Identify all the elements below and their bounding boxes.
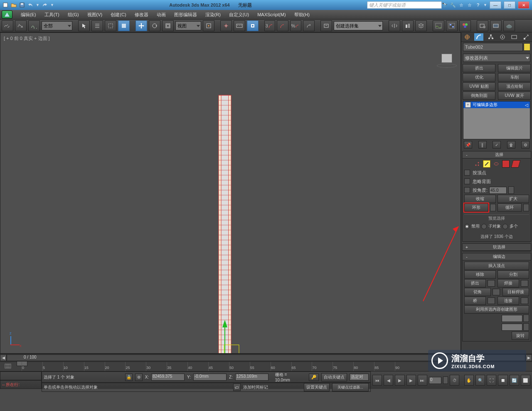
loop-button[interactable]: 循环 bbox=[498, 203, 522, 212]
tab-create-icon[interactable] bbox=[463, 33, 472, 41]
render-icon[interactable] bbox=[503, 20, 515, 31]
zoom-extents-icon[interactable]: ⛶ bbox=[487, 375, 496, 386]
remove-button[interactable]: 移除 bbox=[464, 270, 496, 279]
autokey-button[interactable]: 自动关键点 bbox=[321, 373, 347, 381]
time-tag-icon[interactable]: 🏷 bbox=[233, 384, 241, 391]
menu-render[interactable]: 渲染(R) bbox=[201, 10, 225, 19]
app-logo-icon[interactable] bbox=[2, 10, 12, 19]
unlink-icon[interactable] bbox=[15, 20, 27, 31]
subobj-element-icon[interactable] bbox=[511, 160, 521, 168]
by-vertex-check[interactable] bbox=[464, 170, 470, 176]
preview-disable-radio[interactable] bbox=[464, 224, 470, 229]
window-crossing-icon[interactable] bbox=[118, 20, 130, 31]
mod-uvwmap[interactable]: UVW 贴图 bbox=[463, 82, 495, 91]
link-icon[interactable] bbox=[2, 20, 13, 31]
connect-settings[interactable] bbox=[521, 297, 528, 304]
new-icon[interactable] bbox=[2, 2, 8, 8]
weld-settings[interactable] bbox=[521, 280, 528, 287]
help-icon[interactable]: ? bbox=[475, 2, 481, 8]
mod-editpatch[interactable]: 编辑面片 bbox=[498, 64, 531, 72]
rollout-edit-edges-header[interactable]: -编辑边 bbox=[463, 253, 531, 260]
edge-rotate-button[interactable]: 旋转 bbox=[512, 332, 529, 340]
rollout-selection-header[interactable]: -选择 bbox=[463, 151, 531, 158]
render-setup-icon[interactable] bbox=[477, 20, 488, 31]
key-icon-status[interactable]: 🔑 bbox=[309, 374, 319, 381]
bind-icon[interactable] bbox=[28, 20, 40, 31]
select-name-icon[interactable] bbox=[91, 20, 103, 31]
menu-create[interactable]: 创建(C) bbox=[106, 10, 130, 19]
angle-spinner[interactable]: 45.0 bbox=[489, 187, 507, 194]
keyfilter-button[interactable]: 关键点过滤器... bbox=[332, 383, 369, 391]
menu-views[interactable]: 视图(V) bbox=[83, 10, 107, 19]
search-input[interactable]: 键入关键字或短语 bbox=[367, 1, 442, 9]
by-angle-check[interactable] bbox=[464, 187, 470, 193]
menu-graph[interactable]: 图形编辑器 bbox=[170, 10, 201, 19]
time-config-icon[interactable]: ⏱ bbox=[450, 375, 459, 386]
mod-optimize[interactable]: 优化 bbox=[463, 73, 495, 82]
menu-tools[interactable]: 工具(T) bbox=[40, 10, 64, 19]
menu-edit[interactable]: 编辑(E) bbox=[17, 10, 40, 19]
tab-modify-icon[interactable] bbox=[474, 33, 483, 41]
object-color-swatch[interactable] bbox=[524, 43, 530, 51]
material-editor-icon[interactable] bbox=[459, 20, 471, 31]
modifier-list-dropdown[interactable]: 修改器列表 bbox=[463, 54, 530, 62]
ignore-back-check[interactable] bbox=[464, 178, 470, 184]
insert-vertex-button[interactable]: 插入顶点 bbox=[464, 262, 529, 270]
tab-display-icon[interactable] bbox=[510, 33, 519, 41]
binoculars-icon[interactable]: 🔭 bbox=[442, 2, 448, 8]
make-unique-icon[interactable]: ✓ bbox=[493, 141, 501, 149]
tab-hierarchy-icon[interactable] bbox=[486, 33, 495, 41]
target-weld-button[interactable]: 目标焊接 bbox=[502, 288, 529, 296]
pivot-icon[interactable] bbox=[203, 20, 214, 31]
pin-stack-icon[interactable]: 📌 bbox=[464, 141, 472, 149]
manipulator-icon[interactable] bbox=[220, 20, 232, 31]
coord-z[interactable]: 1253.169m bbox=[235, 374, 268, 381]
extrude-settings[interactable] bbox=[488, 280, 495, 287]
subobj-polygon-icon[interactable] bbox=[502, 160, 510, 168]
percent-snap-icon[interactable] bbox=[277, 20, 288, 31]
maximize-vp-icon[interactable]: ⬜ bbox=[521, 375, 530, 386]
preview-multiple-radio[interactable] bbox=[502, 224, 508, 229]
bridge-button[interactable]: 桥 bbox=[464, 297, 486, 305]
curve-editor-icon[interactable] bbox=[433, 20, 444, 31]
menu-help[interactable]: 帮助(H) bbox=[290, 10, 314, 19]
split-button[interactable]: 分割 bbox=[498, 270, 529, 279]
show-end-icon[interactable]: ∥ bbox=[478, 141, 487, 149]
mod-vertpaint[interactable]: 顶点绘制 bbox=[498, 82, 531, 91]
undo-icon[interactable] bbox=[27, 2, 33, 8]
subobj-border-icon[interactable] bbox=[493, 161, 500, 167]
object-name-input[interactable]: Tube002 bbox=[463, 43, 523, 51]
rect-select-icon[interactable] bbox=[105, 20, 116, 31]
selected-dropdown[interactable]: 选定对 bbox=[350, 374, 369, 381]
menu-customize[interactable]: 自定义(U) bbox=[225, 10, 253, 19]
menu-maxscript[interactable]: MAXScript(M) bbox=[253, 10, 290, 19]
subobj-edge-icon[interactable] bbox=[483, 160, 490, 168]
chamfer-button[interactable]: 切角 bbox=[464, 288, 491, 296]
current-frame[interactable]: 0 bbox=[429, 377, 441, 384]
timeline-left[interactable]: ◀ bbox=[0, 354, 7, 361]
ring-spinner[interactable] bbox=[490, 204, 496, 211]
star2-icon[interactable]: ☆ bbox=[467, 2, 473, 8]
mod-extrude[interactable]: 挤出 bbox=[463, 64, 495, 72]
stack-editable-poly[interactable]: +可编辑多边形◁ bbox=[463, 102, 530, 108]
tab-utilities-icon[interactable] bbox=[522, 33, 531, 41]
refcoord-dropdown[interactable]: 视图 bbox=[175, 21, 201, 30]
named-selection[interactable]: 创建选择集 bbox=[334, 21, 383, 30]
keyboard-icon[interactable] bbox=[234, 20, 245, 31]
add-time-tag[interactable]: 添加时间标记 bbox=[243, 384, 268, 390]
menu-animation[interactable]: 动画 bbox=[153, 10, 170, 19]
rotate-icon[interactable] bbox=[149, 20, 160, 31]
connect-button[interactable]: 连接 bbox=[498, 297, 519, 305]
remove-mod-icon[interactable]: 🗑 bbox=[507, 141, 515, 149]
key-icon[interactable]: 🔧 bbox=[450, 2, 456, 8]
play-icon[interactable]: ▶ bbox=[395, 375, 404, 386]
lock-icon[interactable]: 🔒 bbox=[125, 374, 133, 381]
ruler-config-icon[interactable] bbox=[4, 362, 12, 371]
orbit-icon[interactable]: 🔄 bbox=[510, 375, 519, 386]
mirror-icon[interactable] bbox=[389, 20, 400, 31]
timeline-right[interactable]: ▶ bbox=[525, 354, 532, 361]
weld-button[interactable]: 焊接 bbox=[498, 279, 519, 287]
scale-icon[interactable] bbox=[162, 20, 174, 31]
coord-x[interactable]: 82459.375 bbox=[151, 374, 185, 381]
minimize-button[interactable]: — bbox=[490, 1, 501, 9]
